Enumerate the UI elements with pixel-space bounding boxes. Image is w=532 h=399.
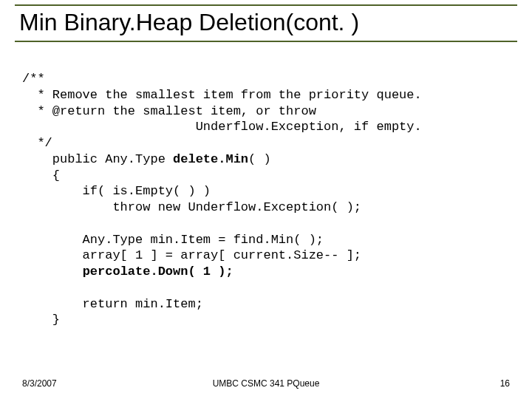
title-rule-bottom: [15, 41, 517, 42]
code-line: return min.Item;: [22, 297, 203, 311]
slide: Min Binary.Heap Deletion(cont. ) /** * R…: [0, 0, 532, 399]
code-line: public Any.Type: [22, 152, 173, 166]
slide-title: Min Binary.Heap Deletion(cont. ): [19, 9, 517, 36]
title-area: Min Binary.Heap Deletion(cont. ): [15, 4, 517, 42]
code-line: ( ): [248, 152, 271, 166]
code-line: if( is.Empty( ) ): [22, 184, 211, 198]
code-line: * Remove the smallest item from the prio…: [22, 88, 422, 102]
code-bold: percolate.Down( 1 );: [83, 265, 233, 279]
footer-center: UMBC CSMC 341 PQueue: [0, 378, 532, 389]
code-bold: delete.Min: [173, 152, 248, 166]
code-line: }: [22, 313, 60, 327]
code-line: /**: [22, 72, 45, 86]
code-line: Underflow.Exception, if empty.: [22, 120, 422, 134]
code-line: {: [22, 168, 60, 183]
code-line: throw new Underflow.Exception( );: [22, 200, 361, 214]
code-line: * @return the smallest item, or throw: [22, 104, 316, 118]
code-line: array[ 1 ] = array[ current.Size-- ];: [22, 248, 361, 262]
code-line: [22, 265, 83, 279]
title-rule-top: [15, 4, 517, 6]
code-block: /** * Remove the smallest item from the …: [22, 71, 422, 328]
footer-page-number: 16: [500, 378, 510, 389]
code-line: */: [22, 136, 52, 150]
code-line: Any.Type min.Item = find.Min( );: [22, 233, 324, 247]
